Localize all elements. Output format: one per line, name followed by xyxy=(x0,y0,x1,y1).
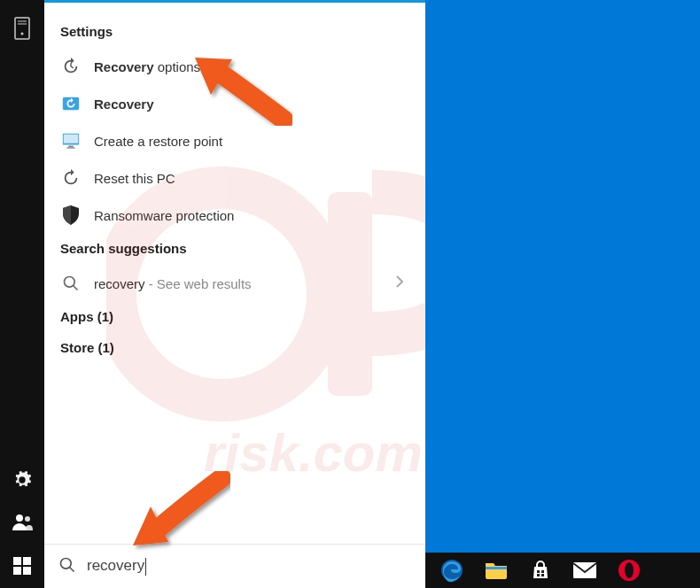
mail-icon[interactable] xyxy=(564,553,606,588)
result-ransomware[interactable]: Ransomware protection xyxy=(44,197,425,234)
result-label: Recovery options xyxy=(94,59,200,74)
svg-point-9 xyxy=(16,514,23,522)
svg-rect-27 xyxy=(541,570,544,573)
shield-icon xyxy=(60,205,82,226)
monitor-icon xyxy=(60,130,82,151)
result-recovery-options[interactable]: Recovery options xyxy=(44,48,425,85)
search-box[interactable]: recovery xyxy=(44,544,425,588)
history-icon xyxy=(60,56,82,77)
opera-icon[interactable] xyxy=(608,553,650,588)
computer-tower-icon[interactable] xyxy=(0,7,44,50)
svg-point-10 xyxy=(25,516,30,522)
svg-rect-11 xyxy=(13,557,21,565)
gear-icon[interactable] xyxy=(0,459,44,501)
svg-line-23 xyxy=(70,567,74,571)
result-label: Reset this PC xyxy=(94,171,175,186)
result-reset-pc[interactable]: Reset this PC xyxy=(44,159,425,197)
people-icon[interactable] xyxy=(0,501,44,544)
store-icon[interactable] xyxy=(519,553,562,588)
section-apps[interactable]: Apps (1) xyxy=(44,302,425,333)
chevron-right-icon xyxy=(395,275,409,293)
svg-rect-30 xyxy=(573,562,596,578)
start-search-panel: Settings Recovery options Recovery Creat… xyxy=(44,0,425,588)
result-label: Recovery xyxy=(94,97,154,112)
result-recovery[interactable]: Recovery xyxy=(44,85,425,122)
svg-rect-13 xyxy=(13,567,21,575)
file-explorer-icon[interactable] xyxy=(475,553,517,588)
result-label: Create a restore point xyxy=(94,134,222,149)
svg-rect-29 xyxy=(541,574,544,576)
svg-rect-12 xyxy=(23,557,31,565)
search-icon xyxy=(60,273,82,294)
windows-start-icon[interactable] xyxy=(0,544,44,588)
recovery-icon xyxy=(60,93,82,114)
svg-rect-17 xyxy=(64,135,79,143)
desktop[interactable] xyxy=(425,0,700,588)
svg-rect-25 xyxy=(486,567,507,569)
svg-rect-18 xyxy=(68,146,74,148)
svg-rect-19 xyxy=(66,147,74,148)
search-input[interactable]: recovery xyxy=(87,557,411,576)
suggestion-label: recovery - See web results xyxy=(94,276,252,291)
section-settings: Settings xyxy=(44,17,425,48)
section-suggestions: Search suggestions xyxy=(44,234,425,265)
reset-icon xyxy=(60,167,82,189)
suggestion-web[interactable]: recovery - See web results xyxy=(44,265,425,302)
svg-rect-26 xyxy=(537,570,540,573)
svg-point-8 xyxy=(21,33,24,35)
svg-point-22 xyxy=(61,558,72,569)
result-restore-point[interactable]: Create a restore point xyxy=(44,122,425,159)
left-rail xyxy=(0,0,44,588)
taskbar xyxy=(425,553,700,588)
search-icon xyxy=(58,556,76,577)
svg-point-20 xyxy=(65,277,75,288)
svg-line-21 xyxy=(74,286,78,290)
svg-rect-28 xyxy=(537,574,540,576)
result-label: Ransomware protection xyxy=(94,208,234,223)
edge-icon[interactable] xyxy=(431,553,473,588)
section-store[interactable]: Store (1) xyxy=(44,333,425,364)
svg-rect-14 xyxy=(23,567,31,575)
svg-point-32 xyxy=(625,562,634,578)
